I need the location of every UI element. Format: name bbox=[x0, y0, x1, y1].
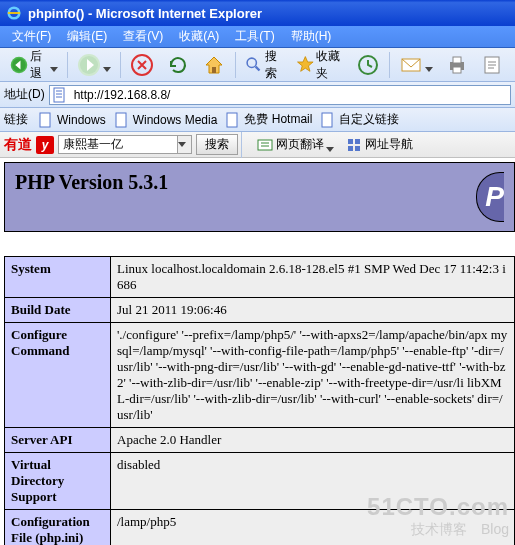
chevron-down-icon bbox=[50, 61, 58, 69]
page-icon bbox=[38, 112, 54, 128]
phpinfo-table: SystemLinux localhost.localdomain 2.6.18… bbox=[4, 256, 515, 545]
youdao-dropdown[interactable] bbox=[178, 135, 192, 154]
back-button[interactable]: 后退 bbox=[6, 46, 62, 84]
cell-key: Server API bbox=[5, 428, 111, 453]
svg-rect-16 bbox=[116, 113, 126, 127]
page-content: PHP Version 5.3.1 P SystemLinux localhos… bbox=[0, 158, 515, 545]
navigation-toolbar: 后退 搜索 收藏夹 bbox=[0, 48, 515, 82]
home-button[interactable] bbox=[198, 51, 230, 79]
link-windows[interactable]: Windows bbox=[38, 112, 106, 128]
svg-rect-11 bbox=[453, 57, 461, 63]
refresh-button[interactable] bbox=[162, 51, 194, 79]
forward-icon bbox=[77, 53, 101, 77]
link-custom[interactable]: 自定义链接 bbox=[320, 111, 399, 128]
cell-key: System bbox=[5, 257, 111, 298]
menu-tools[interactable]: 工具(T) bbox=[227, 26, 282, 47]
table-row: Configuration File (php.ini) Path/lamp/p… bbox=[5, 510, 515, 546]
page-icon bbox=[320, 112, 336, 128]
url-input[interactable] bbox=[72, 87, 508, 103]
cell-val: disabled bbox=[111, 453, 515, 510]
favorites-button[interactable]: 收藏夹 bbox=[292, 46, 349, 84]
youdao-translate[interactable]: 网页翻译 bbox=[257, 136, 334, 153]
edit-button[interactable] bbox=[477, 51, 509, 79]
separator bbox=[120, 52, 121, 78]
link-hotmail[interactable]: 免费 Hotmail bbox=[225, 111, 312, 128]
home-icon bbox=[202, 53, 226, 77]
cell-key: Configuration File (php.ini) Path bbox=[5, 510, 111, 546]
chevron-down-icon bbox=[425, 61, 433, 69]
back-label: 后退 bbox=[30, 48, 48, 82]
back-icon bbox=[10, 53, 28, 77]
search-icon bbox=[244, 53, 263, 77]
search-label: 搜索 bbox=[265, 48, 284, 82]
cell-val: './configure' '--prefix=/lamp/php5/' '--… bbox=[111, 323, 515, 428]
table-row: Server APIApache 2.0 Handler bbox=[5, 428, 515, 453]
ie-icon bbox=[6, 5, 22, 21]
print-icon bbox=[445, 53, 469, 77]
address-input-wrap[interactable] bbox=[49, 85, 511, 105]
search-button[interactable]: 搜索 bbox=[240, 46, 287, 84]
cell-val: Apache 2.0 Handler bbox=[111, 428, 515, 453]
history-button[interactable] bbox=[352, 51, 384, 79]
table-row: Build DateJul 21 2011 19:06:46 bbox=[5, 298, 515, 323]
favorites-label: 收藏夹 bbox=[316, 48, 344, 82]
chevron-down-icon bbox=[103, 61, 111, 69]
cell-key: Build Date bbox=[5, 298, 111, 323]
svg-rect-19 bbox=[258, 140, 272, 150]
youdao-search-button[interactable]: 搜索 bbox=[196, 134, 238, 155]
youdao-search-input[interactable] bbox=[58, 135, 178, 154]
mail-button[interactable] bbox=[395, 51, 437, 79]
refresh-icon bbox=[166, 53, 190, 77]
phpinfo-header: PHP Version 5.3.1 P bbox=[4, 162, 515, 232]
table-row: Configure Command'./configure' '--prefix… bbox=[5, 323, 515, 428]
cell-val: /lamp/php5 bbox=[111, 510, 515, 546]
chevron-down-icon bbox=[326, 141, 334, 149]
separator bbox=[67, 52, 68, 78]
link-text: Windows bbox=[57, 113, 106, 127]
address-label: 地址(D) bbox=[4, 86, 45, 103]
star-icon bbox=[296, 53, 315, 77]
svg-rect-14 bbox=[54, 88, 64, 102]
youdao-nav[interactable]: 网址导航 bbox=[346, 136, 413, 153]
youdao-logo: 有道 bbox=[4, 136, 32, 154]
history-icon bbox=[356, 53, 380, 77]
svg-rect-15 bbox=[40, 113, 50, 127]
youdao-nav-label: 网址导航 bbox=[365, 136, 413, 153]
print-button[interactable] bbox=[441, 51, 473, 79]
svg-point-7 bbox=[247, 58, 256, 67]
youdao-translate-label: 网页翻译 bbox=[276, 136, 324, 153]
menu-fav[interactable]: 收藏(A) bbox=[171, 26, 227, 47]
cell-val: Jul 21 2011 19:06:46 bbox=[111, 298, 515, 323]
page-icon bbox=[114, 112, 130, 128]
links-bar: 链接 Windows Windows Media 免费 Hotmail 自定义链… bbox=[0, 108, 515, 132]
table-row: Virtual Directory Supportdisabled bbox=[5, 453, 515, 510]
stop-button[interactable] bbox=[126, 51, 158, 79]
separator bbox=[235, 52, 236, 78]
svg-rect-6 bbox=[212, 67, 216, 73]
edit-icon bbox=[481, 53, 505, 77]
chevron-down-icon bbox=[178, 142, 186, 147]
cell-val: Linux localhost.localdomain 2.6.18-128.e… bbox=[111, 257, 515, 298]
menu-file[interactable]: 文件(F) bbox=[4, 26, 59, 47]
forward-button[interactable] bbox=[73, 51, 115, 79]
link-text: Windows Media bbox=[133, 113, 218, 127]
svg-rect-20 bbox=[348, 139, 353, 144]
link-windows-media[interactable]: Windows Media bbox=[114, 112, 218, 128]
page-icon bbox=[225, 112, 241, 128]
link-text: 自定义链接 bbox=[339, 111, 399, 128]
php-version-title: PHP Version 5.3.1 bbox=[15, 171, 476, 194]
menu-edit[interactable]: 编辑(E) bbox=[59, 26, 115, 47]
cell-key: Virtual Directory Support bbox=[5, 453, 111, 510]
svg-rect-23 bbox=[355, 146, 360, 151]
table-row: SystemLinux localhost.localdomain 2.6.18… bbox=[5, 257, 515, 298]
separator bbox=[241, 132, 242, 158]
youdao-bar: 有道 y 搜索 网页翻译 网址导航 bbox=[0, 132, 515, 158]
svg-rect-21 bbox=[355, 139, 360, 144]
separator bbox=[389, 52, 390, 78]
menu-help[interactable]: 帮助(H) bbox=[283, 26, 340, 47]
link-text: 免费 Hotmail bbox=[244, 111, 312, 128]
address-bar: 地址(D) bbox=[0, 82, 515, 108]
grid-icon bbox=[346, 137, 362, 153]
window-titlebar: phpinfo() - Microsoft Internet Explorer bbox=[0, 0, 515, 26]
menu-view[interactable]: 查看(V) bbox=[115, 26, 171, 47]
